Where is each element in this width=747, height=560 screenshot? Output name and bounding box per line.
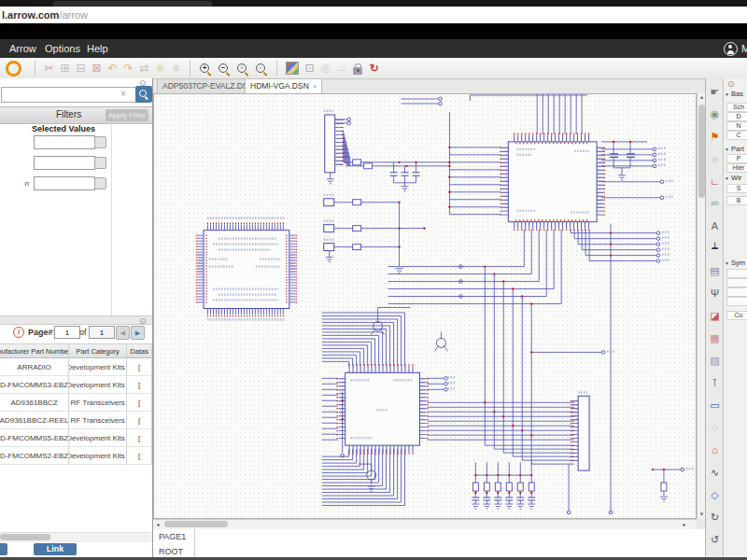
- pan-hand-icon[interactable]: ☛: [707, 80, 723, 103]
- section-part[interactable]: ▼ Part: [725, 145, 747, 153]
- table-icon[interactable]: ▦: [707, 327, 723, 349]
- sheet-tab-page1[interactable]: PAGE1: [153, 529, 705, 545]
- ground-icon[interactable]: ┷: [707, 237, 723, 259]
- clear-search-icon[interactable]: ×: [120, 89, 126, 99]
- scroll-right-icon[interactable]: ▸: [680, 520, 689, 529]
- chip-u2[interactable]: [197, 218, 297, 320]
- diamond-icon[interactable]: ◇: [707, 483, 723, 506]
- lasso-icon[interactable]: ◌: [707, 416, 723, 439]
- url-bar[interactable]: l.arrow.com/arrow: [0, 7, 747, 24]
- filter-picker-button[interactable]: [94, 136, 106, 148]
- palette-item[interactable]: D: [726, 112, 747, 121]
- globe-icon[interactable]: ◎: [317, 59, 333, 77]
- list-icon[interactable]: ≡: [168, 59, 184, 77]
- close-tab-icon[interactable]: ×: [313, 82, 317, 91]
- collapse-dock-icon[interactable]: ⊙: [727, 80, 735, 89]
- rotate-cw-icon[interactable]: ↻: [707, 506, 723, 528]
- table-row[interactable]: D-FMCOMMS3-EBZ Development Kits : [: [0, 376, 152, 394]
- cell-part[interactable]: D-FMCOMMS3-EBZ: [0, 376, 69, 394]
- undo-icon[interactable]: ↶: [105, 59, 120, 77]
- zoom-out-icon[interactable]: −: [218, 62, 231, 76]
- pan-left-icon[interactable]: ⇄: [136, 59, 152, 77]
- place-wire-icon[interactable]: ∟: [707, 170, 723, 192]
- redo-icon[interactable]: ↷: [120, 59, 136, 77]
- section-basic[interactable]: ▼ Bas: [725, 90, 747, 98]
- menu-help[interactable]: Help: [87, 39, 108, 58]
- refresh-icon[interactable]: ↻: [366, 59, 382, 77]
- cell-category[interactable]: Development Kits :: [69, 447, 127, 465]
- section-symbol[interactable]: ▼ Sym: [725, 259, 747, 267]
- table-row[interactable]: AD9361BBCZ RF Transceivers [: [0, 394, 152, 412]
- paste-icon[interactable]: ⊟: [73, 59, 89, 77]
- filter-value-input[interactable]: [34, 176, 95, 190]
- net-globe-icon[interactable]: ◉: [707, 103, 723, 125]
- left-panel-scrollbar[interactable]: [0, 532, 152, 542]
- palette-item[interactable]: C: [726, 131, 747, 140]
- cell-part[interactable]: ARRADIO: [0, 358, 69, 376]
- section-wire[interactable]: ▼ Wir: [725, 174, 747, 182]
- scrollbar-thumb[interactable]: [698, 105, 705, 198]
- zoom-region-icon[interactable]: ▫: [236, 62, 249, 76]
- col-manufacturer-part[interactable]: nufacturer Part Number: [0, 343, 69, 358]
- table-row[interactable]: AD9361BBCZ-REEL RF Transceivers [: [0, 412, 152, 429]
- find-in-doc-icon[interactable]: ⊡: [302, 59, 317, 77]
- cell-category[interactable]: Development Kits :: [69, 429, 127, 447]
- filter-picker-button[interactable]: [94, 177, 106, 189]
- lock-icon[interactable]: [353, 67, 362, 75]
- cell-datasheet[interactable]: [: [127, 394, 152, 412]
- zoom-fit-icon[interactable]: ·: [255, 62, 268, 76]
- table-row[interactable]: ARRADIO Development Kits : [: [0, 358, 152, 376]
- place-icon[interactable]: ※: [152, 59, 168, 77]
- flag-icon[interactable]: ⚑: [707, 125, 723, 147]
- eraser-icon[interactable]: ◪: [707, 304, 723, 327]
- zoom-in-icon[interactable]: +: [199, 62, 212, 76]
- cell-part[interactable]: D-FMCOMMS2-EBZ: [0, 447, 69, 465]
- palette-item[interactable]: Hier: [726, 163, 747, 173]
- palette-item[interactable]: B: [726, 196, 747, 205]
- cut-icon[interactable]: ✂: [41, 59, 57, 77]
- link-button[interactable]: Link: [34, 543, 77, 555]
- cell-category[interactable]: Development Kits :: [69, 358, 127, 376]
- palette-item[interactable]: P: [726, 154, 747, 163]
- cell-category[interactable]: RF Transceivers: [69, 412, 127, 429]
- rotate-ccw-icon[interactable]: ↺: [707, 528, 723, 551]
- page-export-icon[interactable]: ▤: [707, 259, 723, 282]
- palette-item[interactable]: S: [726, 184, 747, 193]
- scrollbar-thumb[interactable]: [0, 534, 50, 540]
- palette-item[interactable]: Sch: [726, 103, 747, 112]
- color-grid-icon[interactable]: [286, 62, 299, 75]
- delete-icon[interactable]: ⊠: [89, 59, 105, 77]
- text-upper-icon[interactable]: A: [707, 215, 723, 237]
- search-button[interactable]: [135, 86, 152, 103]
- connector-j2[interactable]: [571, 392, 589, 470]
- cell-datasheet[interactable]: [: [127, 412, 152, 429]
- page-number-input[interactable]: [54, 326, 80, 339]
- filter-picker-button[interactable]: [94, 157, 106, 169]
- menu-options[interactable]: Options: [45, 39, 80, 58]
- connector-j1[interactable]: [324, 111, 343, 173]
- col-part-category[interactable]: Part Category: [69, 343, 127, 358]
- user-account-icon[interactable]: [724, 42, 738, 56]
- table-row[interactable]: D-FMCOMMS5-EBZ Development Kits : [: [0, 429, 152, 447]
- info-icon[interactable]: i: [13, 327, 24, 338]
- hierarchy-icon[interactable]: Ψ: [707, 282, 723, 304]
- table-row[interactable]: D-FMCOMMS2-EBZ Development Kits : [: [0, 447, 152, 465]
- filter-value-input[interactable]: [34, 135, 95, 149]
- cell-datasheet[interactable]: [: [127, 376, 152, 394]
- scroll-left-icon[interactable]: ◂: [153, 520, 162, 529]
- image-icon[interactable]: ▨: [707, 349, 723, 371]
- palette-item[interactable]: [726, 269, 747, 278]
- palette-item[interactable]: [726, 297, 747, 306]
- text-lower-icon[interactable]: ab: [707, 192, 723, 215]
- chip-u3[interactable]: [337, 365, 428, 454]
- schematic-canvas[interactable]: [153, 93, 697, 519]
- apply-filter-button[interactable]: Apply Filter: [106, 109, 148, 121]
- chip-u1[interactable]: [500, 133, 604, 230]
- cell-datasheet[interactable]: [: [127, 429, 152, 447]
- cropped-button[interactable]: [0, 543, 7, 555]
- col-datasheet[interactable]: Datas: [127, 343, 152, 358]
- next-page-button[interactable]: ▶: [131, 326, 145, 340]
- panel-splitter[interactable]: [0, 315, 152, 325]
- select-rect-icon[interactable]: ▭: [707, 394, 723, 416]
- polygon-icon[interactable]: ⌂: [707, 439, 723, 461]
